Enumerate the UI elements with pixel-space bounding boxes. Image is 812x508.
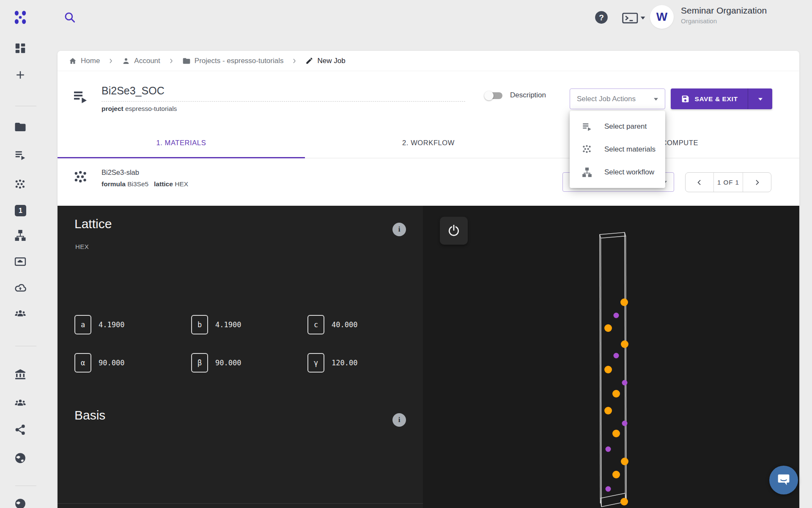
main-content-card: Home Account Projects - espresso-tutoria… — [58, 51, 799, 508]
pagination-next-button[interactable] — [743, 173, 771, 192]
description-toggle[interactable] — [486, 92, 502, 99]
material-details: formula Bi3Se5 lattice HEX — [102, 180, 188, 188]
sidebar-divider — [15, 486, 36, 486]
atom-Se — [620, 298, 628, 306]
atom-Se — [621, 340, 628, 348]
sidebar-item-users-icon[interactable] — [14, 397, 27, 409]
job-actions-placeholder: Select Job Actions — [577, 95, 653, 103]
description-label: Description — [510, 91, 546, 99]
sidebar-item-jobs-icon[interactable] — [14, 149, 27, 161]
help-icon[interactable]: ? — [594, 10, 609, 25]
atom-Bi — [622, 421, 628, 426]
playlist-play-icon — [582, 121, 593, 132]
atom-Bi — [622, 380, 628, 386]
avatar-letter: W — [656, 10, 667, 24]
breadcrumb-project[interactable]: Projects - espresso-tutorials — [182, 57, 284, 65]
breadcrumb-separator-icon — [107, 58, 114, 64]
breadcrumb-account[interactable]: Account — [122, 57, 160, 65]
save-exit-main[interactable]: SAVE & EXIT — [671, 88, 748, 109]
breadcrumb-separator-icon — [168, 58, 175, 64]
tab-workflow[interactable]: 2. WORKFLOW — [305, 128, 552, 158]
chevron-down-icon — [757, 97, 763, 101]
org-block[interactable]: Seminar Organization Organisation — [681, 6, 767, 25]
breadcrumb: Home Account Projects - espresso-tutoria… — [58, 51, 799, 71]
sidebar-item-cloud-upload-icon[interactable] — [14, 282, 27, 294]
folder-icon — [182, 57, 191, 65]
person-icon — [122, 57, 130, 65]
basis-info-icon[interactable]: i — [392, 413, 406, 427]
lattice-c-value[interactable]: 40.000 — [332, 320, 357, 329]
job-actions-menu: Select parent Select materials Select wo… — [570, 111, 665, 188]
atom-Se — [604, 407, 612, 414]
lattice-param-c: c 40.000 — [307, 315, 357, 334]
menu-item-select-workflow[interactable]: Select workflow — [570, 161, 665, 184]
chat-launcher-button[interactable] — [769, 466, 798, 494]
org-name: Seminar Organization — [681, 6, 767, 16]
console-menu-icon[interactable] — [622, 11, 646, 25]
pagination-prev-button[interactable] — [686, 173, 713, 192]
material-pagination: 1 OF 1 — [685, 172, 771, 192]
atom-Se — [612, 471, 620, 478]
atom-Se — [612, 390, 620, 398]
sidebar-item-materials-icon[interactable] — [14, 178, 27, 191]
breadcrumb-home[interactable]: Home — [69, 57, 100, 65]
lattice-beta-value[interactable]: 90.000 — [215, 359, 241, 367]
atom-Bi — [606, 447, 611, 452]
sidebar-divider — [15, 346, 36, 346]
breadcrumb-separator-icon — [291, 58, 298, 64]
sidebar-item-workflows-icon[interactable] — [14, 229, 27, 242]
toggle-knob — [484, 91, 494, 100]
lattice-info-icon[interactable]: i — [392, 223, 406, 236]
sidebar-item-organization-icon[interactable] — [14, 368, 27, 381]
svg-text:?: ? — [599, 13, 604, 22]
material-item-icon — [73, 169, 89, 185]
sidebar-item-globe-icon[interactable] — [14, 497, 27, 508]
lattice-alpha-value[interactable]: 90.000 — [99, 359, 124, 367]
atom-Bi — [606, 486, 611, 492]
app-logo-icon[interactable] — [11, 8, 30, 27]
atom-Se — [612, 430, 620, 437]
atom-Se — [604, 324, 612, 332]
tab-materials[interactable]: 1. MATERIALS — [58, 128, 305, 158]
chevron-right-icon — [754, 179, 760, 186]
atom-Se — [621, 458, 628, 465]
atom-Bi — [614, 353, 619, 359]
material-name[interactable]: Bi2Se3-slab — [102, 168, 139, 177]
structure-viewer-3d[interactable] — [423, 206, 799, 508]
lattice-param-alpha: α 90.000 — [74, 353, 124, 373]
avatar[interactable]: W — [650, 5, 674, 29]
lattice-gamma-value[interactable]: 120.00 — [332, 359, 357, 367]
sidebar-divider — [15, 106, 36, 106]
sidebar-item-dashboard-icon[interactable] — [14, 42, 27, 55]
lattice-a-value[interactable]: 4.1900 — [99, 320, 124, 329]
menu-item-select-materials[interactable]: Select materials — [570, 138, 665, 161]
sidebar-item-unit-icon[interactable]: 1 — [15, 205, 26, 216]
sidebar-item-bank-card-icon[interactable] — [14, 255, 27, 268]
tab-bar: 1. MATERIALS 2. WORKFLOW 3. COMPUTE — [58, 128, 799, 158]
viewer-power-button[interactable] — [440, 217, 468, 245]
save-exit-button[interactable]: SAVE & EXIT — [671, 88, 772, 109]
job-title[interactable]: Bi2Se3_SOC — [102, 85, 465, 102]
atom-Se — [620, 498, 628, 505]
panel-divider — [58, 503, 423, 504]
lattice-title: Lattice — [74, 217, 112, 231]
lattice-b-value[interactable]: 4.1900 — [215, 320, 241, 329]
breadcrumb-new-job[interactable]: New Job — [305, 57, 345, 65]
sidebar-item-share-icon[interactable] — [14, 423, 27, 436]
chevron-down-icon — [653, 97, 659, 101]
chat-bubble-icon — [776, 473, 791, 487]
lattice-param-beta: β 90.000 — [191, 353, 241, 373]
pagination-label: 1 OF 1 — [713, 173, 743, 192]
search-icon[interactable] — [63, 10, 77, 25]
save-icon — [681, 94, 690, 103]
sidebar-item-create-icon[interactable] — [14, 69, 27, 81]
materials-dots-icon — [582, 144, 593, 155]
org-subtitle: Organisation — [681, 17, 767, 25]
pencil-icon — [305, 57, 313, 65]
menu-item-select-parent[interactable]: Select parent — [570, 115, 665, 138]
job-actions-select[interactable]: Select Job Actions — [570, 88, 665, 109]
sidebar-item-projects-icon[interactable] — [14, 121, 27, 133]
sidebar-item-public-icon[interactable] — [14, 452, 27, 464]
save-exit-dropdown[interactable] — [748, 88, 772, 109]
sidebar-item-team-icon[interactable] — [14, 307, 27, 320]
